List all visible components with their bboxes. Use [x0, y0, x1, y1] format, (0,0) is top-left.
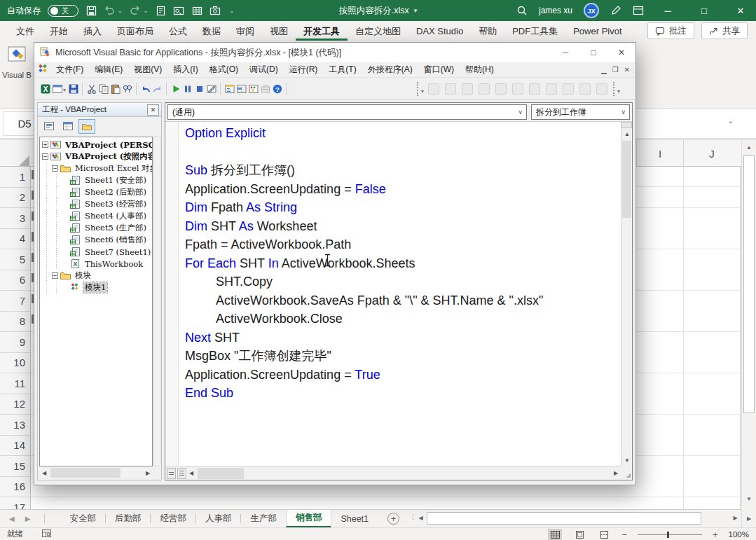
find-icon[interactable] — [122, 83, 132, 94]
vba-maximize-icon[interactable]: □ — [579, 43, 607, 62]
margin-indicator-bar[interactable] — [165, 122, 179, 466]
page-break-view-icon[interactable] — [597, 529, 611, 540]
vba-close-icon[interactable]: ✕ — [607, 43, 635, 62]
project-tree[interactable]: +VBAProject (PERSONAL−VBAProject (按照内容拆−… — [39, 137, 153, 466]
row-header[interactable]: 15 — [0, 456, 30, 477]
code-line[interactable]: Application.ScreenUpdating = True — [185, 366, 543, 385]
mdi-restore-icon[interactable]: ❐ — [612, 66, 619, 74]
outdent-icon[interactable] — [529, 83, 540, 95]
row-header[interactable]: 16 — [0, 477, 30, 498]
collapse-icon[interactable]: − — [52, 272, 58, 279]
camera-icon[interactable] — [209, 5, 221, 16]
sheet-tab-安全部[interactable]: 安全部 — [60, 510, 105, 527]
code-editor[interactable]: Option Explicit Sub 拆分到工作簿()Application.… — [165, 122, 621, 466]
maximize-icon[interactable]: □ — [692, 0, 717, 21]
project-horizontal-scrollbar[interactable]: ◀ ▶ — [39, 467, 153, 478]
scroll-right-icon[interactable]: ▶ — [143, 467, 153, 478]
collapse-icon[interactable]: − — [42, 153, 48, 160]
horizontal-scroll-thumb[interactable] — [427, 512, 701, 525]
indent-icon[interactable] — [512, 83, 523, 95]
ribbon-tab-页面布局[interactable]: 页面布局 — [109, 21, 161, 41]
row-header[interactable]: 13 — [0, 415, 30, 436]
toolbar-grip[interactable] — [417, 82, 420, 96]
visual-basic-button[interactable]: Visual B — [0, 45, 33, 79]
sheet-tab-生产部[interactable]: 生产部 — [241, 510, 286, 527]
redo-caret-icon[interactable]: ⌄ — [144, 8, 149, 14]
tree-item[interactable]: Sheet2 (后勤部) — [40, 186, 152, 198]
redo-icon[interactable] — [152, 83, 163, 94]
tree-item[interactable]: 模块1 — [40, 282, 152, 293]
scroll-right-icon[interactable]: ▶ — [611, 468, 621, 479]
row-header[interactable]: 12 — [0, 394, 30, 415]
new-sheet-button[interactable]: + — [387, 513, 399, 525]
expand-icon[interactable]: + — [42, 141, 48, 148]
chevron-down-icon[interactable]: ▾ — [63, 87, 66, 93]
paste-icon[interactable] — [110, 83, 121, 94]
ribbon-tab-审阅[interactable]: 审阅 — [228, 21, 262, 41]
code-line[interactable]: ActiveWorkbook.SaveAs Fpath & "\" & SHT.… — [185, 291, 543, 310]
scroll-left-icon[interactable]: ◀ — [39, 467, 49, 478]
zoom-level[interactable]: 100% — [729, 530, 749, 539]
ribbon-tab-帮助[interactable]: 帮助 — [471, 21, 504, 41]
mdi-close-icon[interactable]: ✕ — [624, 66, 630, 74]
code-line[interactable]: Application.ScreenUpdating = False — [185, 180, 543, 199]
horizontal-scrollbar[interactable]: ◀ ▶ — [415, 511, 741, 525]
vba-menu-插入[interactable]: 插入(I) — [167, 64, 203, 76]
quick-info-icon[interactable] — [462, 83, 473, 95]
zoom-slider[interactable] — [638, 534, 702, 535]
row-header[interactable]: 9 — [0, 332, 30, 353]
toolbar-options-icon[interactable]: ▾ — [617, 88, 620, 95]
toolbar-grip[interactable] — [613, 82, 616, 96]
sheet-tab-Sheet1[interactable]: Sheet1 — [331, 510, 378, 527]
procedure-view-icon[interactable] — [167, 468, 176, 479]
undo-icon[interactable] — [140, 83, 151, 94]
scroll-down-icon[interactable]: ▼ — [742, 492, 756, 506]
row-header[interactable]: 10 — [0, 353, 30, 374]
bookmark-toggle-icon[interactable] — [596, 83, 607, 95]
scroll-left-icon[interactable]: ◀ — [186, 468, 196, 479]
code-text[interactable]: Option Explicit Sub 拆分到工作簿()Application.… — [179, 122, 543, 466]
share-button[interactable]: 共享 — [701, 22, 748, 39]
redo-icon[interactable] — [130, 5, 141, 16]
toolbar-options-icon[interactable]: ▾ — [421, 88, 424, 95]
ribbon-tab-插入[interactable]: 插入 — [76, 21, 109, 41]
scroll-up-icon[interactable]: ▲ — [742, 140, 756, 154]
row-header[interactable]: 4 — [0, 229, 30, 250]
sheet-nav-right-icon[interactable]: ▶ — [25, 515, 31, 522]
view-code-icon[interactable] — [41, 119, 57, 134]
sheet-nav-left-icon[interactable]: ◀ — [9, 515, 15, 522]
scroll-thumb[interactable] — [622, 141, 631, 218]
reset-icon[interactable] — [194, 83, 205, 94]
run-sub-icon[interactable] — [170, 83, 181, 94]
ribbon-tab-DAX Studio[interactable]: DAX Studio — [408, 21, 471, 41]
toggle-breakpoint-icon[interactable] — [546, 83, 557, 95]
vba-menu-格式[interactable]: 格式(O) — [204, 64, 244, 76]
list-properties-icon[interactable] — [428, 83, 439, 95]
design-mode-icon[interactable] — [206, 83, 217, 94]
code-line[interactable]: ActiveWorkbook.Close — [185, 310, 543, 328]
tree-item[interactable]: +VBAProject (PERSONAL — [40, 139, 152, 151]
tree-item[interactable]: −Microsoft Excel 对象 — [40, 162, 152, 174]
ribbon-tab-文件[interactable]: 文件 — [8, 21, 42, 41]
undo-icon[interactable] — [104, 5, 115, 16]
code-line[interactable]: Sub 拆分到工作簿() — [185, 161, 543, 180]
search-icon[interactable] — [516, 5, 528, 16]
code-line[interactable]: Next SHT — [185, 328, 543, 347]
code-line[interactable]: Dim Fpath As String — [185, 198, 543, 217]
print-icon[interactable] — [155, 5, 166, 16]
procedure-dropdown[interactable]: 拆分到工作簿 ∨ — [531, 104, 630, 120]
mdi-minimize-icon[interactable]: ▁ — [601, 66, 607, 74]
row-header[interactable]: 14 — [0, 436, 30, 457]
row-header[interactable]: 5 — [0, 249, 30, 270]
macro-record-icon[interactable] — [41, 529, 52, 539]
project-explorer-header[interactable]: 工程 - VBAProject ✕ — [38, 103, 161, 117]
vba-title-bar[interactable]: Microsoft Visual Basic for Applications … — [34, 43, 635, 62]
ribbon-tab-PDF工具集[interactable]: PDF工具集 — [504, 21, 565, 41]
row-header[interactable]: 7 — [0, 291, 30, 312]
document-title[interactable]: 按照内容拆分.xlsx ▾ — [339, 5, 418, 17]
toolbox-icon[interactable] — [260, 83, 270, 94]
tree-item[interactable]: Sheet7 (Sheet1) — [40, 246, 152, 258]
vba-menu-调试[interactable]: 调试(D) — [244, 64, 284, 76]
avatar[interactable]: JX — [584, 3, 599, 18]
row-header[interactable]: 17 — [0, 497, 30, 509]
